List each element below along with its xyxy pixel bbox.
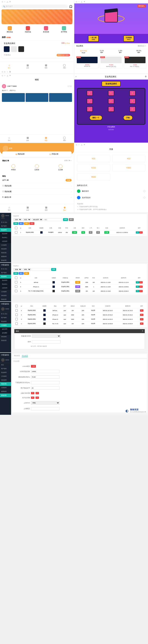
tab-me[interactable]: ◯我的 <box>63 136 66 142</box>
box-slot[interactable] <box>108 98 114 104</box>
row-edit[interactable]: ✎ <box>136 231 139 234</box>
dryout-image[interactable] <box>26 93 48 102</box>
field-init-coins[interactable] <box>31 386 60 390</box>
prob-item[interactable]: 98.0%概率 <box>129 49 148 54</box>
delete-button[interactable]: 删除 <box>24 272 29 275</box>
edit-button[interactable]: 修改 <box>19 272 24 275</box>
table-row[interactable]: 4iPhone 13盲盒商品测试史诗699912022-01-11 12:042… <box>13 284 146 289</box>
hero-banner[interactable] <box>2 9 72 24</box>
box-slot[interactable] <box>87 106 93 112</box>
table-row[interactable]: 1盲盒商品测试手机数码199.00250上架是否否正常2022-01-11 12… <box>13 230 146 235</box>
filter-box[interactable]: 所属 <box>13 268 22 271</box>
sidebar-sub[interactable]: 分类管理 <box>0 240 11 243</box>
menu-item-invite[interactable]: ⇱ 邀请分享› <box>0 194 74 200</box>
sidebar-item-active[interactable]: 盲盒管理 <box>0 275 11 278</box>
filter-sort[interactable]: 默认排序 <box>32 218 43 221</box>
username[interactable]: 登录 <box>9 147 12 149</box>
radio[interactable] <box>143 190 145 192</box>
tab-me[interactable]: ◉我的 <box>63 206 66 211</box>
amount-option[interactable]: ¥600 <box>77 173 110 180</box>
box-slot[interactable] <box>108 90 114 96</box>
random-button[interactable]: 随机一个 <box>89 115 102 120</box>
box-slot[interactable] <box>129 106 136 112</box>
tab-show[interactable]: ▩晒图 <box>45 136 47 142</box>
search-input[interactable]: 🔍 拆个盒子 <box>2 4 68 8</box>
tab-locker[interactable]: ▦盒柜 <box>26 136 29 142</box>
tab-show[interactable]: ▩晒图 <box>45 64 47 69</box>
open-five-button[interactable]: 五连惊喜995元 <box>123 36 134 42</box>
box-slot[interactable] <box>129 98 136 104</box>
sidebar-item[interactable]: 首 页 后台 <box>0 267 11 271</box>
amount-option[interactable]: ¥300 <box>112 164 145 171</box>
amount-option[interactable]: ¥150 <box>77 164 110 171</box>
filter-keyword[interactable] <box>32 268 50 271</box>
preview-product[interactable]: 参考价¥6999iPhone 13 <box>76 56 99 68</box>
filter-category[interactable]: 分类 <box>13 218 22 221</box>
order-shipped[interactable]: 已发货 <box>35 164 39 171</box>
nav-item-ship[interactable]: 发货流程 <box>43 26 49 33</box>
search-button[interactable]: 搜索 <box>63 218 68 221</box>
edit-btn[interactable]: ✎ <box>31 396 34 399</box>
open-one-button[interactable]: 一发入魂199元 <box>88 36 99 42</box>
sidebar-item[interactable]: 用户管理 <box>0 224 11 228</box>
radio[interactable] <box>143 197 145 198</box>
field-commission[interactable] <box>31 376 60 379</box>
settings-tab-active[interactable]: 平台设置 <box>22 355 28 357</box>
tab-home[interactable]: ⌂首页 <box>8 206 11 211</box>
preview-product[interactable]: 参考价¥1399AirPods (第三代) <box>100 56 123 68</box>
tab-me[interactable]: ◯我的 <box>63 64 66 69</box>
field-upload-cfg[interactable] <box>31 407 60 410</box>
edit-button[interactable]: 修改 <box>19 222 24 225</box>
filter-status[interactable]: 状态 <box>23 218 31 221</box>
field-upload-mode[interactable]: 本地 <box>31 401 60 405</box>
pay-wechat[interactable]: 微信支付 <box>74 188 148 194</box>
nav-item-box[interactable]: 潮玩盲盒 <box>7 26 13 33</box>
edit-btn[interactable]: ✎ <box>31 392 34 394</box>
dryout-image[interactable] <box>2 93 25 102</box>
close-icon[interactable]: ✕ <box>142 330 143 332</box>
settings-tab[interactable]: 系统设置 <box>14 355 20 357</box>
row-delete[interactable]: ✕ <box>139 231 143 234</box>
sidebar-item[interactable]: 用户管理 <box>0 271 11 275</box>
prob-item[interactable]: 首件特价9%off <box>74 49 93 54</box>
table-row[interactable]: 3FIIL T1 XS真无线蓝牙耳机盲盒商品测试普通1991452022-01-… <box>13 289 146 293</box>
more-icon[interactable]: ⊙ <box>145 76 146 78</box>
tab-locker[interactable]: 我的盒柜 <box>4 153 36 155</box>
box-slot[interactable] <box>87 98 93 104</box>
support-icon[interactable]: 🎧 <box>69 5 72 8</box>
sidebar-item[interactable]: 前端设置 <box>0 258 11 262</box>
row-checkbox[interactable] <box>15 231 17 234</box>
amount-option[interactable]: ¥30 <box>77 155 110 162</box>
checkbox-all[interactable] <box>15 227 17 229</box>
box-slot[interactable] <box>87 90 93 96</box>
sidebar-item-active[interactable]: 盲盒管理 <box>0 228 11 232</box>
box-slot[interactable] <box>129 90 136 96</box>
delete-button[interactable]: 删除 <box>24 222 29 225</box>
nav-item-recharge[interactable]: 优惠充值 <box>25 26 31 33</box>
product-card[interactable]: 盲盒商品测试199 金币/发 共3款商品价值 ¥199~6999 <box>2 40 72 58</box>
all-orders-link[interactable]: 全部订单 > <box>64 160 71 162</box>
open-button[interactable]: 开箱 <box>123 115 133 120</box>
sidebar-item[interactable]: 审核管理 <box>0 247 11 251</box>
avatar[interactable] <box>3 146 8 151</box>
table-row[interactable]: 5AirPods盲盒商品测试稀有13991452022-01-11 12:052… <box>13 280 146 284</box>
tab-show[interactable]: ▩晒图 <box>45 206 48 211</box>
tab-locker[interactable]: ▦盒柜 <box>26 206 29 211</box>
modal-select[interactable] <box>32 334 60 338</box>
search-button[interactable]: 搜索 <box>51 268 56 271</box>
recharge-button[interactable]: 充值 <box>65 179 71 182</box>
tab-records[interactable]: 开箱记录 <box>38 153 70 155</box>
prob-item[interactable]: 0.1%概率 <box>93 49 111 54</box>
back-icon[interactable]: ‹ <box>76 76 77 78</box>
menu-item-favorites[interactable]: ♡ 我的收藏› <box>0 189 74 194</box>
tab-home[interactable]: ⌂首页 <box>8 64 11 69</box>
box-slot[interactable] <box>108 106 114 112</box>
modal-input[interactable] <box>32 340 60 344</box>
prob-item[interactable]: 1.9%概率 <box>111 49 130 54</box>
upload-button[interactable]: 上传 <box>31 365 36 368</box>
sidebar-item[interactable]: 首 页 后台 <box>0 220 11 224</box>
preview-product[interactable]: 参考价¥199FIIL T1 XS真无... <box>124 56 147 68</box>
order-exchanged[interactable]: 已兑换 <box>58 164 63 171</box>
tab-locker[interactable]: ▦盒柜 <box>26 64 29 69</box>
sidebar-item[interactable]: 系统设置 <box>0 251 11 255</box>
